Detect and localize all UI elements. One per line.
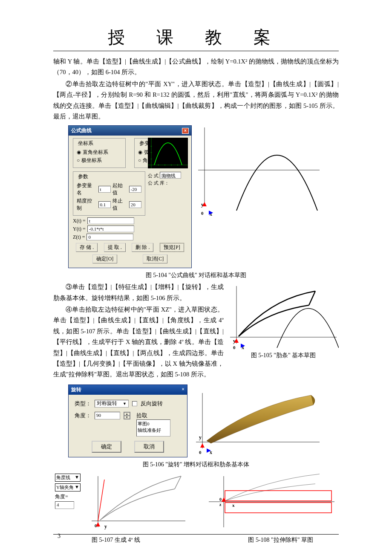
svg-rect-0 [148, 138, 188, 168]
svg-text:z: z [219, 502, 222, 507]
start-label: 起始值 [112, 182, 127, 197]
svg-text:y: y [199, 434, 202, 440]
list-item[interactable]: 草图0 [138, 421, 169, 427]
var-name-input[interactable]: t [98, 186, 111, 193]
get-button[interactable]: 提 取 . [104, 243, 126, 252]
preview-button[interactable]: 预览[P] [160, 243, 184, 252]
rib-solid-render: y 0 x [192, 384, 324, 457]
svg-line-16 [309, 291, 315, 305]
rotate-title: 旋转 [71, 386, 81, 393]
figure-row-2: 旋转 × 类型： 对称旋转▼ 反向旋转 角度： 90 ▴▾ 拾取 草图0 轴线准… [53, 384, 339, 457]
angle-line-panel: 角度线▼ Y轴夹角▼ 角度= 4 [53, 472, 89, 532]
prec-label: 精度控制 [77, 197, 97, 212]
zt-input[interactable]: 0 [86, 234, 133, 240]
svg-rect-38 [225, 491, 331, 501]
svg-marker-27 [200, 443, 205, 448]
checkbox-icon[interactable] [132, 401, 137, 406]
bottom-captions: 图 5-107 生成 4º 线 图 5-108 "拉伸除料" 草图 [53, 534, 339, 544]
xt-label: X(t) = [73, 218, 86, 224]
formula-label: 公 式 [148, 173, 159, 178]
svg-text:0: 0 [233, 345, 236, 350]
radio-rad-icon[interactable]: ◉ [138, 149, 142, 156]
list-item[interactable]: 轴线准备好 [138, 427, 169, 434]
radio-polar-icon[interactable]: ○ [77, 157, 80, 164]
angle-input[interactable]: 90 [95, 412, 120, 419]
ok-button[interactable]: 确定[O] [92, 254, 118, 263]
angle-line-combo[interactable]: 角度线▼ [55, 474, 81, 482]
paragraph-4: ④单击拾取左边特征树中的"平面 XZ"，进入草图状态。单击【造型】|【曲线生成】… [53, 304, 224, 380]
end-input[interactable]: 20 [129, 201, 141, 208]
page-number: 3 [58, 533, 61, 540]
rotate-dialog: 旋转 × 类型： 对称旋转▼ 反向旋转 角度： 90 ▴▾ 拾取 草图0 轴线准… [68, 384, 187, 457]
angle-label: 角度： [75, 412, 91, 419]
delete-button[interactable]: 删 除 . [132, 243, 153, 252]
rib-sketch: y 0 x [228, 282, 339, 350]
param-group-label: 参数 [77, 173, 89, 180]
close-icon[interactable]: × [182, 128, 189, 134]
dialog-title: 公式曲线 [71, 127, 92, 134]
formula-lib-label: 公 式 库： [148, 180, 188, 186]
cancel-button[interactable]: 取消[C] [143, 254, 167, 263]
rotate-titlebar: 旋转 × [69, 385, 187, 395]
figure-row-1: 公式曲线 × 坐标系 ◉直角坐标系 ○极坐标系 参变量单位 ◉弧度 ○角度 [53, 125, 339, 268]
radio-polar-label: 极坐标系 [81, 157, 102, 164]
radio-deg-icon[interactable]: ○ [138, 157, 141, 164]
figure-row-3: 角度线▼ Y轴夹角▼ 角度= 4 0 y 0 z x [53, 472, 339, 532]
pick-label: 拾取 [136, 412, 170, 419]
zt-label: Z(t) = [73, 234, 85, 240]
formula-name-input[interactable]: 抛物线 [160, 172, 181, 179]
chevron-down-icon: ▼ [123, 402, 127, 406]
svg-text:0: 0 [219, 497, 222, 502]
paragraph-2: ②单击拾取左边特征树中的"平面 XY"，进入草图状态。单击【造型】|【曲线生成】… [53, 79, 339, 122]
xt-input[interactable]: t [87, 217, 134, 224]
pick-listbox[interactable]: 草图0 轴线准备好 [136, 419, 170, 436]
start-input[interactable]: -20 [129, 186, 141, 193]
radio-rect-label: 直角坐标系 [83, 149, 108, 156]
formula-curve-dialog: 公式曲线 × 坐标系 ◉直角坐标系 ○极坐标系 参变量单位 ◉弧度 ○角度 [68, 125, 192, 268]
four-degree-line-sketch: 0 y [89, 472, 187, 532]
type-combo[interactable]: 对称旋转▼ [95, 400, 129, 408]
figure-caption-106: 图 5-106 "旋转" 增料对话框和肋条基本体 [53, 461, 339, 468]
type-label: 类型： [75, 400, 91, 408]
basic-sketch-parabola: y 0 x [196, 125, 324, 217]
extrude-cut-sketch: 0 z x [205, 472, 337, 532]
coord-group-label: 坐标系 [77, 140, 95, 147]
chevron-down-icon: ▼ [75, 474, 79, 481]
dialog-titlebar: 公式曲线 × [69, 126, 191, 136]
angle-eq-label: 角度= [55, 493, 88, 500]
close-icon[interactable]: × [182, 386, 184, 393]
figure-caption-108: 图 5-108 "拉伸除料" 草图 [248, 536, 313, 544]
yt-label: Y(t) = [73, 226, 86, 232]
page-title: 授 课 教 案 [53, 26, 339, 51]
paragraph-3: ③单击【造型】|【特征生成】|【增料】|【旋转】，生成肋条基本体。旋转增料结果，… [53, 282, 224, 304]
figure-caption-107: 图 5-107 生成 4º 线 [92, 536, 140, 544]
save-button[interactable]: 存 储 . [76, 243, 98, 252]
chevron-down-icon: ▼ [75, 484, 79, 491]
svg-line-32 [98, 480, 104, 521]
rotate-cancel-button[interactable]: 取消 [134, 441, 164, 453]
paragraph-1: 轴和 Y 轴。单击【造型】|【曲线生成】|【公式曲线】，绘制 Y=0.1X² 的… [53, 56, 339, 78]
var-name-label: 参变量名 [77, 182, 97, 197]
prec-input[interactable]: 0.1 [98, 201, 111, 208]
figure-caption-104: 图 5-104 "公式曲线" 对话框和基本草图 [53, 272, 339, 279]
angle-spinner[interactable]: ▴▾ [124, 412, 130, 419]
svg-rect-39 [225, 503, 331, 513]
svg-line-31 [175, 476, 181, 489]
figure-caption-105: 图 5-105 "肋条" 基本草图 [228, 352, 339, 359]
y-angle-combo[interactable]: Y轴夹角▼ [55, 483, 81, 491]
radio-rect-icon[interactable]: ◉ [77, 149, 81, 156]
yt-input[interactable]: -0.1*t*t [87, 225, 134, 232]
angle-value-input[interactable]: 4 [55, 501, 74, 509]
rotate-ok-button[interactable]: 确定 [92, 441, 121, 453]
end-label: 终止值 [112, 197, 127, 212]
svg-text:y: y [104, 523, 107, 529]
svg-text:0: 0 [199, 450, 202, 455]
svg-text:x: x [232, 503, 235, 508]
axis-o-label: 0 [201, 211, 204, 216]
parabola-preview [148, 138, 188, 168]
reverse-label: 反向旋转 [141, 400, 163, 408]
